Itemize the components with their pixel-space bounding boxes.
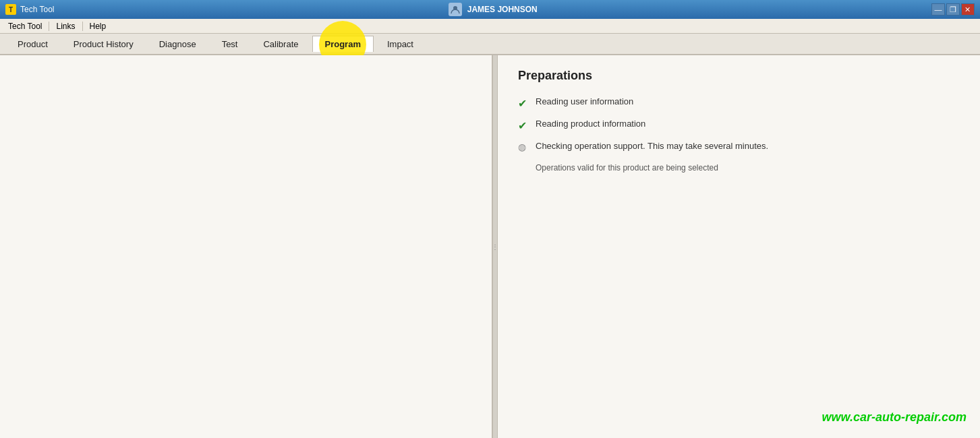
tab-diagnose[interactable]: Diagnose — [147, 36, 208, 52]
window-title: Tech Tool — [20, 5, 54, 14]
tab-impact[interactable]: Impact — [375, 36, 426, 52]
main-content: ⋮ Preparations ✔ Reading user informatio… — [0, 55, 980, 438]
loading-icon: ◍ — [518, 142, 530, 154]
tab-calibrate[interactable]: Calibrate — [251, 36, 310, 52]
prep-text-operations-valid: Operations valid for this product are be… — [536, 163, 718, 173]
tab-test[interactable]: Test — [210, 36, 250, 52]
app-icon: T — [5, 4, 16, 15]
tab-product-history[interactable]: Product History — [61, 36, 146, 52]
minimize-button[interactable]: — — [931, 3, 945, 15]
menu-links[interactable]: Links — [51, 20, 80, 32]
user-name: JAMES JOHNSON — [467, 5, 538, 14]
close-button[interactable]: ✕ — [961, 3, 975, 15]
prep-item-operations-valid: Operations valid for this product are be… — [518, 163, 960, 173]
menu-help[interactable]: Help — [84, 20, 112, 32]
right-panel: Preparations ✔ Reading user information … — [498, 55, 980, 438]
prep-text-product-info: Reading product information — [536, 119, 645, 129]
left-panel — [0, 55, 492, 438]
tab-program[interactable]: Program — [312, 36, 374, 52]
user-area: JAMES JOHNSON — [449, 3, 538, 16]
prep-text-user-info: Reading user information — [536, 96, 633, 106]
prep-item-checking-operation: ◍ Checking operation support. This may t… — [518, 141, 960, 154]
watermark: www.car-auto-repair.com — [822, 410, 967, 425]
menu-tech-tool[interactable]: Tech Tool — [3, 20, 47, 32]
title-bar: T Tech Tool JAMES JOHNSON — ❐ ✕ — [0, 0, 980, 19]
window-controls[interactable]: — ❐ ✕ — [931, 3, 975, 15]
prep-text-checking-operation: Checking operation support. This may tak… — [536, 141, 768, 151]
check-complete-icon-2: ✔ — [518, 119, 530, 131]
panel-divider[interactable]: ⋮ — [492, 55, 498, 438]
menu-separator-2 — [82, 22, 83, 31]
user-icon — [449, 3, 462, 16]
menu-separator-1 — [49, 22, 49, 31]
prep-item-user-info: ✔ Reading user information — [518, 96, 960, 109]
check-complete-icon-1: ✔ — [518, 97, 530, 109]
menu-bar: Tech Tool Links Help — [0, 19, 980, 34]
prep-item-product-info: ✔ Reading product information — [518, 119, 960, 131]
preparations-title: Preparations — [518, 69, 960, 83]
title-bar-left: T Tech Tool — [5, 4, 54, 15]
nav-bar: Product Product History Diagnose Test Ca… — [0, 34, 980, 55]
restore-button[interactable]: ❐ — [946, 3, 960, 15]
tab-product[interactable]: Product — [5, 36, 60, 52]
